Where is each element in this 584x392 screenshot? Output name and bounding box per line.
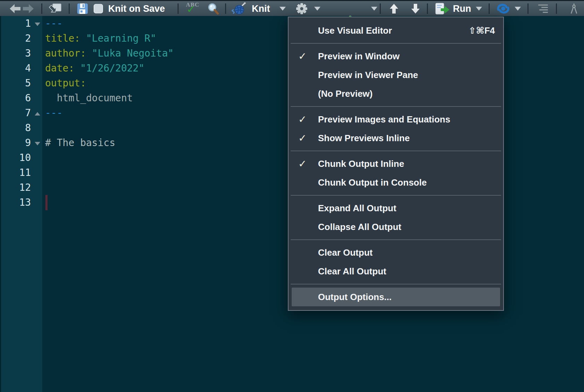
gutter-line-10[interactable]: 10 [1, 150, 42, 165]
menu-item-label: Preview in Viewer Pane [318, 70, 418, 80]
forward-button[interactable] [22, 4, 34, 14]
menu-item-label: (No Preview) [318, 88, 373, 99]
knit-label: Knit [252, 3, 270, 14]
line-number: 3 [1, 46, 31, 61]
token-delim: --- [45, 18, 63, 29]
menu-item-preview-in-window[interactable]: ✓Preview in Window [289, 47, 503, 66]
compass-icon [569, 3, 578, 14]
token-string: "Learning R" [86, 33, 156, 44]
menu-separator [291, 195, 501, 196]
document-outline-button[interactable] [538, 5, 548, 13]
menu-item-label: Clear All Output [318, 266, 386, 277]
menu-separator [291, 43, 501, 44]
line-number: 10 [1, 150, 31, 165]
menu-item-label: Collapse All Output [318, 222, 401, 232]
gutter-line-8[interactable]: 8 [1, 120, 42, 135]
knit-on-save-checkbox[interactable] [94, 4, 103, 13]
gear-icon [295, 2, 308, 15]
menu-item-clear-output[interactable]: Clear Output [289, 243, 503, 262]
output-settings-dropdown-menu: Use Visual Editor⇧⌘F4✓Preview in WindowP… [288, 17, 504, 311]
fold-down-icon[interactable] [35, 142, 40, 145]
output-settings-button[interactable] [295, 2, 308, 15]
checkmark-icon: ✓ [298, 50, 307, 62]
show-in-new-window-button[interactable] [48, 3, 62, 14]
menu-item-chunk-output-inline[interactable]: ✓Chunk Output Inline [289, 154, 503, 173]
token-header: # The basics [45, 137, 115, 148]
token-delim: --- [45, 107, 63, 119]
gutter-line-4[interactable]: 4 [1, 61, 42, 76]
gutter-line-5[interactable]: 5 [1, 76, 42, 91]
menu-item-output-options[interactable]: Output Options... [292, 288, 500, 306]
token-key: date: [45, 62, 74, 74]
save-icon [77, 3, 88, 14]
toolbar-separator [69, 3, 70, 14]
down-arrow-icon [411, 3, 420, 14]
gutter-line-1[interactable]: 1 [1, 16, 42, 31]
token-plain [74, 62, 80, 74]
toolbar-separator [380, 3, 381, 14]
token-key: output: [45, 77, 86, 89]
spellcheck-button[interactable]: ABC ✓ [184, 2, 203, 15]
menu-item-no-preview[interactable]: (No Preview) [289, 84, 503, 103]
menu-item-label: Preview in Window [318, 51, 400, 62]
toolbar-separator [41, 3, 42, 14]
back-button[interactable] [9, 4, 21, 14]
find-replace-button[interactable] [207, 3, 219, 15]
menu-item-preview-images-and-equations[interactable]: ✓Preview Images and Equations [289, 110, 503, 129]
fold-up-icon[interactable] [35, 112, 40, 116]
gutter-line-11[interactable]: 11 [1, 165, 42, 180]
gutter-line-6[interactable]: 6 [1, 91, 42, 105]
line-number: 9 [1, 135, 31, 150]
run-button[interactable] [435, 3, 450, 15]
compass-tool-button[interactable] [569, 3, 578, 14]
menu-item-clear-all-output[interactable]: Clear All Output [289, 262, 503, 281]
rerun-previous-button[interactable] [496, 3, 510, 15]
gutter-line-2[interactable]: 2 [1, 31, 42, 46]
next-chunk-button[interactable] [411, 3, 420, 14]
menu-separator [291, 239, 501, 240]
menu-item-use-visual-editor[interactable]: Use Visual Editor⇧⌘F4 [289, 21, 503, 40]
menu-item-preview-in-viewer-pane[interactable]: Preview in Viewer Pane [289, 66, 503, 84]
gutter-line-12[interactable]: 12 [1, 180, 42, 195]
token-string: "Luka Negoita" [92, 48, 174, 59]
line-number: 7 [1, 105, 31, 120]
toolbar-separator [556, 3, 557, 14]
run-label: Run [453, 3, 471, 14]
menu-item-label: Use Visual Editor [318, 25, 392, 36]
editor-toolbar: Knit on Save ABC ✓ Knit [0, 0, 584, 16]
menu-item-show-previews-inline[interactable]: ✓Show Previews Inline [289, 129, 503, 147]
menu-separator [291, 151, 501, 151]
outline-line [541, 7, 548, 8]
gutter-line-7[interactable]: 7 [1, 105, 42, 120]
menu-item-expand-all-output[interactable]: Expand All Output [289, 199, 503, 218]
menu-item-collapse-all-output[interactable]: Collapse All Output [289, 218, 503, 236]
menu-item-label: Show Previews Inline [318, 133, 410, 144]
settings-menu-chevron-icon[interactable] [314, 7, 320, 10]
popout-window-icon [48, 3, 62, 14]
gutter-line-13[interactable]: 13 [1, 195, 42, 210]
checkmark-icon: ✓ [298, 132, 307, 144]
menu-item-label: Expand All Output [318, 203, 396, 214]
menu-separator [291, 284, 501, 284]
menu-item-shortcut: ⇧⌘F4 [469, 25, 495, 36]
toolbar-separator [427, 3, 428, 14]
token-plain [86, 48, 92, 59]
search-icon [207, 3, 219, 15]
gutter-line-9[interactable]: 9 [1, 135, 42, 150]
knit-menu-chevron-icon[interactable] [280, 7, 286, 10]
line-number: 13 [1, 195, 31, 210]
previous-chunk-button[interactable] [389, 3, 399, 14]
checkmark-icon: ✓ [298, 113, 307, 125]
toolbar-separator [527, 3, 529, 14]
insert-chunk-chevron-icon[interactable] [371, 7, 377, 10]
rerun-menu-chevron-icon[interactable] [515, 7, 521, 10]
line-number: 11 [1, 165, 31, 180]
run-menu-chevron-icon[interactable] [476, 7, 482, 10]
fold-down-icon[interactable] [35, 23, 40, 26]
save-button[interactable] [77, 3, 88, 14]
menu-item-chunk-output-in-console[interactable]: Chunk Output in Console [289, 173, 503, 192]
menu-item-label: Chunk Output in Console [318, 177, 427, 188]
spellcheck-check-icon: ✓ [187, 3, 195, 15]
knit-button[interactable] [232, 2, 247, 15]
gutter-line-3[interactable]: 3 [1, 46, 42, 61]
